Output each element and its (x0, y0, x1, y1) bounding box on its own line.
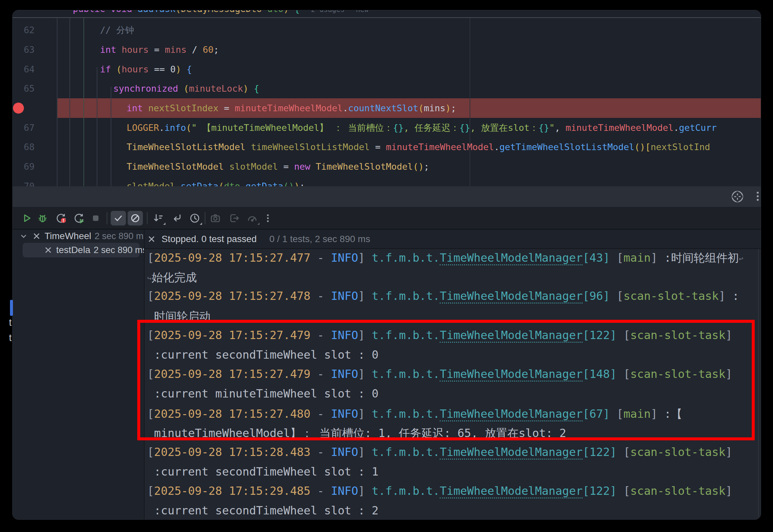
code-text: if (hours == 0) { (100, 59, 192, 79)
code-line[interactable]: 65synchronized (minuteLock) { (13, 79, 761, 98)
more-options-kebab-icon[interactable] (262, 212, 274, 224)
token: t.f.m.b.t. (372, 484, 440, 497)
token: setData (181, 181, 219, 186)
target-crosshair-icon[interactable] (730, 189, 745, 204)
token: ] (358, 289, 372, 303)
stop-process-button[interactable] (90, 212, 102, 224)
sort-by-duration-button[interactable] (152, 212, 164, 224)
line-number[interactable]: 65 (13, 79, 35, 98)
code-line[interactable]: 67LOGGER.info(" 【minuteTimeWheelModel】 ：… (13, 118, 761, 137)
token: = (218, 103, 235, 113)
token: nextSlotIndex (148, 103, 218, 113)
indent-guide (83, 18, 84, 186)
token: { (186, 64, 192, 74)
test-suite-label[interactable]: TimeWheel (45, 231, 91, 241)
code-line[interactable]: 63int hours = mins / 60; (13, 40, 761, 59)
code-line[interactable]: 62// 分钟 (13, 20, 761, 40)
token: getCurr (679, 123, 717, 133)
token: ; (424, 161, 429, 172)
token: ( (116, 64, 122, 74)
code-line[interactable]: 69TimeWheelSlotModel slotModel = new Tim… (13, 157, 761, 176)
code-line[interactable]: 64if (hours == 0) { (13, 59, 761, 79)
token: ) (445, 103, 451, 113)
token: [ (610, 289, 624, 303)
token: minuteTimeWheelModel (386, 142, 494, 152)
token: 60 (203, 44, 214, 55)
show-coverage-button[interactable] (246, 212, 258, 224)
token[interactable]: TimeWheelModelManager (440, 445, 583, 460)
chevron-down-icon[interactable] (19, 231, 29, 241)
token (245, 142, 251, 152)
token (143, 103, 148, 113)
token: . (159, 123, 164, 133)
show-passed-toggle[interactable] (111, 211, 126, 225)
test-case-label[interactable]: testDela (56, 245, 90, 255)
token: - (310, 289, 331, 303)
test-duration: 2 sec 890 ms (95, 231, 148, 241)
token (116, 44, 122, 55)
token: new (294, 161, 310, 172)
debug-toolwindow-header (13, 186, 761, 207)
toggle-auto-test-button[interactable] (73, 212, 85, 224)
token: ] (719, 289, 725, 303)
token: . (175, 181, 180, 186)
code-editor[interactable]: 62// 分钟63int hours = mins / 60;64if (hou… (13, 18, 761, 186)
token (262, 10, 267, 14)
breakpoint-dot[interactable] (13, 103, 24, 114)
scrollbar-track[interactable] (758, 249, 759, 517)
log-line: :current secondTimeWheel slot : 2 (147, 504, 761, 519)
gutter-separator (57, 18, 57, 186)
rerun-tests-button[interactable] (21, 212, 33, 224)
token: - (310, 484, 331, 497)
token: [ (147, 289, 154, 303)
line-number[interactable]: 69 (13, 157, 35, 176)
line-number[interactable]: 63 (13, 40, 35, 59)
token: = (148, 44, 165, 55)
line-number[interactable]: 70 (13, 176, 35, 186)
token: [96] (583, 289, 610, 303)
token (224, 161, 229, 172)
line-number[interactable]: 62 (13, 20, 35, 40)
token: main (624, 251, 651, 264)
token: , 任务延迟： (404, 123, 460, 133)
token: ] (358, 251, 372, 264)
line-number[interactable]: 67 (13, 118, 35, 137)
kebab-menu-icon[interactable] (751, 190, 761, 203)
dropdown-corner (200, 222, 202, 225)
test-tree-child-row[interactable]: testDela 2 sec 890 ms (44, 245, 147, 255)
line-number[interactable]: 68 (13, 137, 35, 157)
line-number[interactable]: 64 (13, 59, 35, 79)
rerun-failed-tests-button[interactable] (55, 212, 67, 224)
import-export-test-results-button[interactable] (228, 212, 240, 224)
token: mins (165, 44, 186, 55)
log-line: [2025-09-28 17:15:27.477 - INFO] t.f.m.b… (147, 250, 761, 270)
test-tree-root-row[interactable]: TimeWheel 2 sec 890 ms (19, 231, 148, 241)
token: :current secondTimeWheel slot : 1 (147, 465, 378, 478)
code-line[interactable]: 70slotModel.setData(dto.getData()); (13, 176, 761, 186)
test-history-snapshot-button[interactable] (209, 212, 221, 224)
token: . (674, 123, 679, 133)
token: [ (610, 251, 624, 264)
token: ) (294, 181, 299, 186)
show-inline-statistics-button[interactable] (189, 212, 201, 224)
inlay-hint[interactable]: new (356, 10, 368, 14)
token: dto (224, 181, 240, 186)
token (289, 10, 294, 14)
background-fragment-letter: t (9, 317, 12, 328)
token: [ (147, 484, 154, 497)
token: {} (393, 123, 404, 133)
show-ignored-toggle[interactable] (128, 211, 143, 225)
sticky-header-line[interactable]: public void addTask(DelayMessageDto dto)… (13, 10, 761, 18)
token: () (634, 142, 645, 152)
token: ( (419, 103, 424, 113)
inlay-hint[interactable]: 2 usages (311, 10, 344, 14)
navigate-with-single-click-button[interactable] (171, 212, 183, 224)
token[interactable]: TimeWheelModelManager (440, 484, 583, 498)
code-line[interactable]: 68TimeWheelSlotListModel timeWheelSlotLi… (13, 137, 761, 157)
code-line[interactable]: int nextSlotIndex = minuteTimeWheelModel… (13, 98, 761, 118)
token: , 放置在slot： (470, 123, 539, 133)
token[interactable]: TimeWheelModelManager (440, 289, 583, 304)
token[interactable]: TimeWheelModelManager (440, 251, 583, 265)
code-text: slotModel.setData(dto.getData()); (127, 176, 305, 186)
debug-tests-button[interactable] (37, 212, 48, 224)
